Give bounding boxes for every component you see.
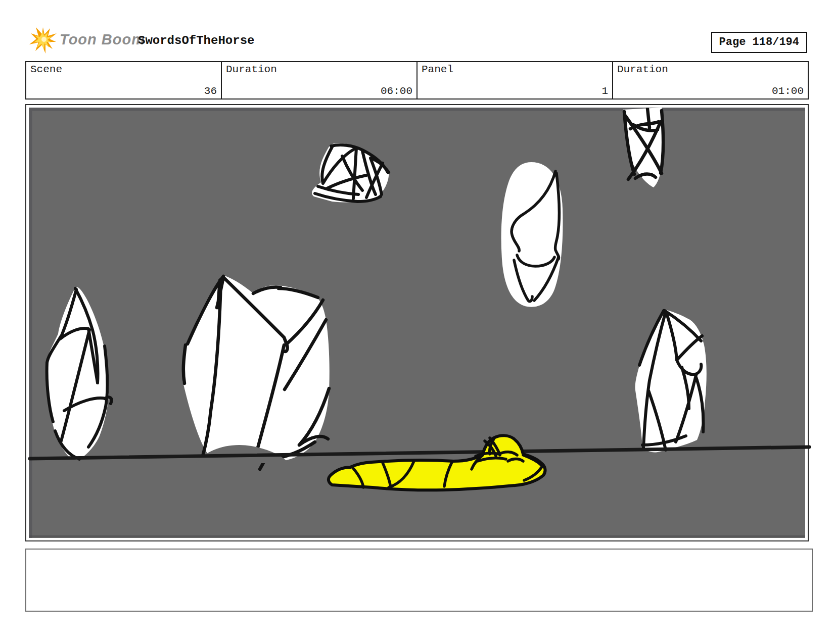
caption-box <box>25 549 813 612</box>
rock-center <box>182 275 330 469</box>
panel-number-value: 1 <box>601 85 608 97</box>
scene-value: 36 <box>204 85 217 97</box>
panel-duration-label: Duration <box>617 64 668 75</box>
scene-label: Scene <box>30 64 62 75</box>
speech-blob <box>501 162 563 307</box>
panel-info-table: Scene 36 Duration 06:00 Panel 1 Duration… <box>25 61 809 100</box>
scene-cell: Scene 36 <box>26 62 222 98</box>
project-title: SwordsOfTheHorse <box>138 34 254 47</box>
storyboard-export-page: Toon Boom SwordsOfTheHorse Page 118/194 … <box>0 0 834 644</box>
panel-duration-value: 01:00 <box>772 85 804 97</box>
panel-number-label: Panel <box>422 64 453 75</box>
panel-duration-cell: Duration 01:00 <box>613 62 808 98</box>
toonboom-brand-text: Toon Boom <box>60 31 145 48</box>
scene-duration-value: 06:00 <box>381 85 412 97</box>
page-number-badge: Page 118/194 <box>711 32 807 53</box>
storyboard-panel <box>25 104 809 541</box>
panel-number-cell: Panel 1 <box>418 62 613 98</box>
storyboard-panel-drawing <box>29 108 805 538</box>
toonboom-logo-icon <box>29 25 57 55</box>
scene-duration-label: Duration <box>226 64 277 75</box>
scene-duration-cell: Duration 06:00 <box>222 62 418 98</box>
